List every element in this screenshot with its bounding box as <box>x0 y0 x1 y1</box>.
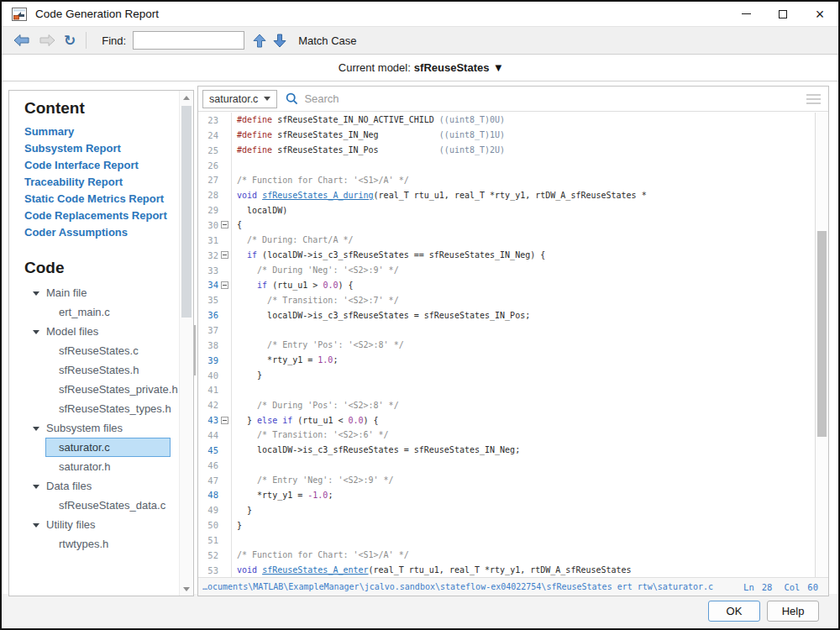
tree-group-model-files[interactable]: Model files <box>24 322 176 341</box>
scroll-up-icon[interactable] <box>180 91 193 104</box>
content-links: SummarySubsystem ReportCode Interface Re… <box>24 123 176 241</box>
line-number: 42 <box>198 400 218 410</box>
maximize-button[interactable] <box>764 2 801 26</box>
file-selector-value: saturator.c <box>209 93 258 105</box>
code-line-42: 42 /* During 'Pos': '<S2>:8' */ <box>198 397 815 412</box>
sidebar-link-coder-assumptions[interactable]: Coder Assumptions <box>24 224 176 241</box>
fold-toggle-icon[interactable] <box>221 221 228 228</box>
sidebar-link-traceability-report[interactable]: Traceability Report <box>24 174 176 191</box>
current-model-name[interactable]: sfReuseStates <box>414 61 490 74</box>
tree-file-ert-main-c[interactable]: ert_main.c <box>45 302 171 322</box>
sidebar-scroll-thumb[interactable] <box>181 106 192 318</box>
tree-group-main-file[interactable]: Main file <box>24 283 176 302</box>
forward-arrow-icon <box>39 34 55 47</box>
line-label: Ln <box>743 582 754 592</box>
fold-column[interactable] <box>218 417 231 424</box>
fold-column[interactable] <box>218 251 231 259</box>
sidebar-scrollbar[interactable] <box>179 91 193 596</box>
line-number: 49 <box>198 505 218 515</box>
minimize-button[interactable] <box>727 2 764 26</box>
fold-toggle-icon[interactable] <box>221 281 228 289</box>
help-button[interactable]: Help <box>767 601 819 622</box>
search-input[interactable] <box>304 92 800 105</box>
forward-button[interactable] <box>39 34 55 47</box>
fold-column[interactable] <box>218 221 231 228</box>
sidebar-link-code-replacements-report[interactable]: Code Replacements Report <box>24 207 176 224</box>
match-case-toggle[interactable]: Match Case <box>298 34 356 47</box>
line-number[interactable]: 48 <box>198 490 218 500</box>
minimize-icon <box>742 13 751 14</box>
tree-group-label: Data files <box>46 480 92 492</box>
find-input[interactable] <box>133 31 244 50</box>
tree-file-sfreusestates-types-h[interactable]: sfReuseStates_types.h <box>45 399 171 418</box>
gutter-separator <box>231 323 232 338</box>
gutter-separator <box>231 158 232 173</box>
function-link[interactable]: sfReuseStates_A_enter <box>262 565 368 575</box>
line-number: 32 <box>198 250 218 260</box>
tree-file-sfreusestates-data-c[interactable]: sfReuseStates_data.c <box>45 496 171 515</box>
model-dropdown-icon[interactable]: ▼ <box>495 63 501 72</box>
function-link[interactable]: sfReuseStates_A_during <box>262 191 373 200</box>
tree-file-sfreusestates-private-h[interactable]: sfReuseStates_private.h <box>45 380 171 399</box>
content-heading: Content <box>24 99 176 118</box>
fold-toggle-icon[interactable] <box>221 417 228 424</box>
line-number: 53 <box>198 565 218 575</box>
code-line-50: 50} <box>198 517 815 533</box>
code-line-29: 29 localDW) <box>198 202 815 218</box>
tree-group-data-files[interactable]: Data files <box>24 476 176 496</box>
file-selector-dropdown[interactable]: saturator.c <box>202 90 277 108</box>
refresh-button[interactable]: ↻ <box>64 32 76 49</box>
line-number[interactable]: 43 <box>198 415 218 425</box>
code-scrollbar[interactable] <box>815 113 828 577</box>
toolbar-separator <box>86 32 87 49</box>
search-icon <box>286 92 298 105</box>
gutter-separator <box>231 533 232 548</box>
code-line-36: 36 localDW->is_c3_sfReuseStates = sfReus… <box>198 307 815 323</box>
title-bar: Code Generation Report × <box>2 2 838 27</box>
line-number[interactable]: 36 <box>198 310 218 320</box>
line-number: 44 <box>198 430 218 440</box>
tree-group-label: Model files <box>46 325 98 338</box>
scroll-down-icon[interactable] <box>180 582 193 596</box>
tree-file-rtwtypes-h[interactable]: rtwtypes.h <box>45 534 171 554</box>
code-tree: Main fileert_main.cModel filessfReuseSta… <box>24 283 176 554</box>
line-number: 38 <box>198 340 218 350</box>
ok-button[interactable]: OK <box>708 601 760 622</box>
find-label: Find: <box>102 34 126 47</box>
panel-splitter-handle[interactable] <box>194 325 196 375</box>
fold-column[interactable] <box>218 281 231 289</box>
code-line-26: 26 <box>198 158 815 173</box>
tree-group-utility-files[interactable]: Utility files <box>24 515 176 534</box>
tree-file-sfreusestates-h[interactable]: sfReuseStates.h <box>45 360 171 380</box>
close-button[interactable]: × <box>801 2 838 26</box>
sidebar-link-code-interface-report[interactable]: Code Interface Report <box>24 157 176 174</box>
line-number[interactable]: 45 <box>198 445 218 455</box>
sidebar-link-static-code-metrics-report[interactable]: Static Code Metrics Report <box>24 191 176 207</box>
line-number: 51 <box>198 535 218 545</box>
menu-icon[interactable] <box>806 94 821 104</box>
file-path: …ocuments\MATLAB\ExampleManager\jcalvo.s… <box>202 582 732 591</box>
code-line-31: 31 /* During: Chart/A */ <box>198 233 815 248</box>
tree-group-subsystem-files[interactable]: Subsystem files <box>24 418 176 438</box>
line-number: 26 <box>198 160 218 171</box>
tree-file-sfreusestates-c[interactable]: sfReuseStates.c <box>45 341 171 360</box>
code-line-40: 40 } <box>198 368 815 383</box>
window-title: Code Generation Report <box>35 8 159 20</box>
sidebar-link-subsystem-report[interactable]: Subsystem Report <box>24 140 176 157</box>
line-number[interactable]: 34 <box>198 280 218 290</box>
back-button[interactable] <box>13 34 30 47</box>
find-next-button[interactable] <box>273 34 286 48</box>
chevron-down-icon <box>33 291 39 296</box>
chevron-down-icon <box>33 330 39 334</box>
code-line-37: 37 <box>198 323 815 338</box>
fold-toggle-icon[interactable] <box>221 251 228 259</box>
find-previous-button[interactable] <box>253 34 266 48</box>
line-number: 25 <box>198 145 218 155</box>
line-number[interactable]: 39 <box>198 355 218 365</box>
tree-file-saturator-c[interactable]: saturator.c <box>45 438 171 457</box>
chevron-down-icon <box>33 485 39 489</box>
tree-file-saturator-h[interactable]: saturator.h <box>45 457 171 476</box>
code-scroll-thumb[interactable] <box>817 231 827 437</box>
code-line-53: 53void sfReuseStates_A_enter(real_T rtu_… <box>198 563 815 577</box>
sidebar-link-summary[interactable]: Summary <box>24 123 176 140</box>
